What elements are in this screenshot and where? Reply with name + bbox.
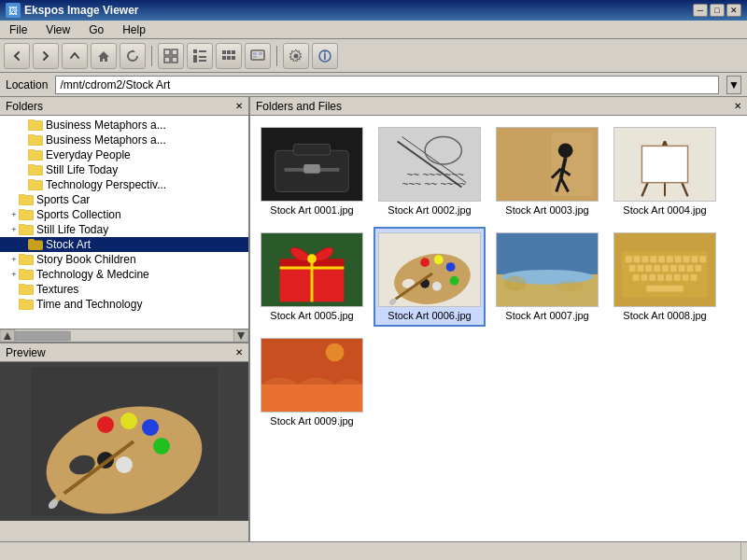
svg-point-86 [504,276,527,291]
back-button[interactable] [4,43,30,69]
preview-title: Preview [6,346,46,359]
preview-header: Preview ✕ [0,343,248,362]
file-item[interactable]: ~~ ~~~ ~~~ ~~~ ~~ ~~~~Stock Art 0002.jpg [374,121,486,221]
file-item[interactable]: Stock Art 0003.jpg [491,121,603,221]
folder-label-slt2: Still Life Today [36,223,108,236]
svg-point-37 [116,456,133,473]
file-item[interactable]: Stock Art 0009.jpg [256,332,368,432]
svg-point-54 [558,143,573,158]
svg-point-120 [326,343,345,362]
file-name: Stock Art 0005.jpg [270,310,353,321]
folder-icon-slt2 [19,224,34,235]
folder-item-sc_car[interactable]: Sports Car [0,192,248,207]
folder-expander-tt [9,299,19,310]
svg-rect-91 [634,256,641,262]
toolbar: i [0,39,747,73]
files-close-button[interactable]: ✕ [734,101,741,111]
svg-rect-12 [232,50,235,54]
settings-button[interactable] [283,43,309,69]
svg-rect-105 [670,265,677,272]
folder-item-tm[interactable]: +Technology & Medcine [0,267,248,282]
svg-rect-18 [259,52,262,55]
svg-rect-43 [293,144,330,155]
svg-rect-65 [641,146,687,182]
separator2 [276,46,277,66]
maximize-button[interactable]: □ [710,4,725,17]
file-thumbnail [261,338,363,413]
svg-rect-104 [662,265,669,272]
file-item[interactable]: Stock Art 0004.jpg [609,121,721,221]
app-title: Ekspos Image Viewer [24,4,139,17]
preview-close-button[interactable]: ✕ [235,347,243,357]
folder-item-sa[interactable]: Stock Art [0,237,248,252]
folder-expander-sbc[interactable]: + [9,254,19,265]
main-area: Folders ✕ Business Metaphors a...Busines… [0,97,747,541]
svg-rect-92 [641,256,648,262]
file-item[interactable]: Stock Art 0005.jpg [256,227,368,327]
up-button[interactable] [62,43,88,69]
details-button[interactable] [187,43,213,69]
minimize-button[interactable]: ─ [693,4,708,17]
file-name: Stock Art 0004.jpg [623,204,706,216]
svg-rect-95 [667,256,673,262]
folder-item-tp[interactable]: Technology Perspectiv... [0,177,248,192]
svg-rect-45 [303,164,320,174]
svg-rect-8 [193,59,197,63]
files-grid: Stock Art 0001.jpg ~~ ~~~ ~~~ ~~~ ~~ ~~~… [250,116,747,541]
home-button[interactable] [91,43,117,69]
svg-rect-102 [645,265,652,272]
menu-file[interactable]: File [4,21,33,38]
slideshow-button[interactable] [245,43,271,69]
folder-expander-sc_col[interactable]: + [9,209,19,220]
folder-item-bm2[interactable]: Business Metaphors a... [0,133,248,147]
folder-expander-ep [19,149,28,161]
folder-expander-slt2[interactable]: + [9,224,19,235]
folders-panel-header: Folders ✕ [0,97,248,116]
folder-item-tt[interactable]: Time and Technology [0,297,248,312]
folder-item-sbc[interactable]: +Story Book Children [0,252,248,267]
folder-icon-tp [28,179,43,190]
folder-label-sc_car: Sports Car [36,193,90,206]
svg-point-32 [97,416,114,433]
svg-rect-98 [691,256,698,262]
svg-rect-97 [684,256,690,262]
folder-item-slt[interactable]: Still Life Today [0,162,248,177]
list-button[interactable] [216,43,242,69]
window-controls: ─ □ ✕ [693,4,741,17]
svg-rect-113 [666,274,672,281]
file-item[interactable]: Stock Art 0008.jpg [609,227,721,327]
folder-item-ep[interactable]: Everyday People [0,147,248,162]
svg-rect-14 [227,56,231,60]
folder-item-tex[interactable]: Textures [0,282,248,297]
svg-rect-90 [626,256,632,262]
close-button[interactable]: ✕ [726,4,741,17]
folder-item-slt2[interactable]: +Still Life Today [0,222,248,237]
folder-expander-tm[interactable]: + [9,269,19,280]
menu-view[interactable]: View [40,21,76,38]
folder-item-sc_col[interactable]: +Sports Collection [0,207,248,222]
folders-close-button[interactable]: ✕ [235,101,243,111]
file-item[interactable]: Stock Art 0001.jpg [256,121,368,221]
file-thumbnail [261,127,363,202]
folder-hscrollbar[interactable] [0,329,248,342]
folder-item-bm1[interactable]: Business Metaphors a... [0,118,248,133]
svg-point-20 [294,53,299,58]
info-button[interactable]: i [312,43,338,69]
location-input[interactable] [55,76,719,94]
refresh-button[interactable] [120,43,146,69]
file-name: Stock Art 0001.jpg [270,204,353,216]
svg-rect-114 [674,274,681,281]
file-name: Stock Art 0006.jpg [388,310,471,321]
menu-help[interactable]: Help [117,21,151,38]
file-item[interactable]: Stock Art 0006.jpg [374,227,486,327]
forward-button[interactable] [33,43,59,69]
menu-go[interactable]: Go [83,21,109,38]
svg-rect-94 [658,256,665,262]
svg-rect-106 [679,265,685,272]
file-name: Stock Art 0007.jpg [505,310,588,321]
folder-tree[interactable]: Business Metaphors a...Business Metaphor… [0,116,248,329]
file-item[interactable]: Stock Art 0007.jpg [491,227,603,327]
thumbnails-button[interactable] [158,43,184,69]
location-dropdown[interactable]: ▼ [726,76,741,94]
folder-label-sc_col: Sports Collection [36,208,121,221]
